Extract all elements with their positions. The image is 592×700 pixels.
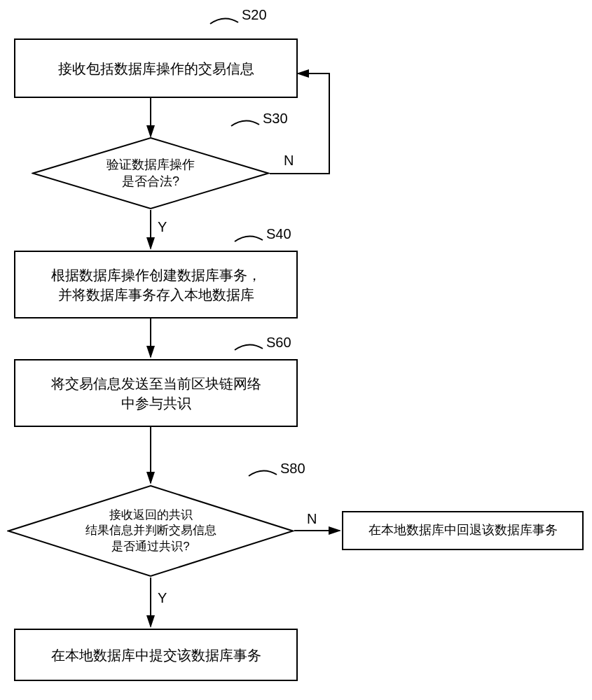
step-label-s80: S80 (280, 461, 305, 477)
step-rollback-box: 在本地数据库中回退该数据库事务 (342, 511, 584, 550)
step-label-s60: S60 (266, 335, 291, 351)
step-rollback-text: 在本地数据库中回退该数据库事务 (369, 522, 558, 539)
step-s60-box: 将交易信息发送至当前区块链网络 中参与共识 (14, 359, 298, 427)
step-s30-diamond: 验证数据库操作 是否合法? (32, 136, 270, 210)
step-s30-text: 验证数据库操作 是否合法? (106, 157, 195, 190)
step-commit-box: 在本地数据库中提交该数据库事务 (14, 629, 298, 681)
s80-yes-label: Y (158, 590, 167, 606)
step-s80-diamond: 接收返回的共识 结果信息并判断交易信息 是否通过共识? (7, 484, 294, 578)
step-label-s20: S20 (242, 7, 267, 23)
step-s40-text: 根据数据库操作创建数据库事务， 并将数据库事务存入本地数据库 (51, 265, 261, 304)
step-label-s30: S30 (263, 111, 288, 127)
connectors (0, 0, 592, 700)
step-label-s40: S40 (266, 226, 291, 242)
s30-no-label: N (284, 153, 294, 169)
step-s40-box: 根据数据库操作创建数据库事务， 并将数据库事务存入本地数据库 (14, 251, 298, 318)
step-commit-text: 在本地数据库中提交该数据库事务 (51, 645, 261, 665)
step-s60-text: 将交易信息发送至当前区块链网络 中参与共识 (51, 374, 261, 413)
s80-no-label: N (307, 511, 317, 527)
step-s20-box: 接收包括数据库操作的交易信息 (14, 38, 298, 98)
step-s80-text: 接收返回的共识 结果信息并判断交易信息 是否通过共识? (85, 507, 216, 554)
s30-yes-label: Y (158, 219, 167, 235)
step-s20-text: 接收包括数据库操作的交易信息 (58, 59, 254, 78)
